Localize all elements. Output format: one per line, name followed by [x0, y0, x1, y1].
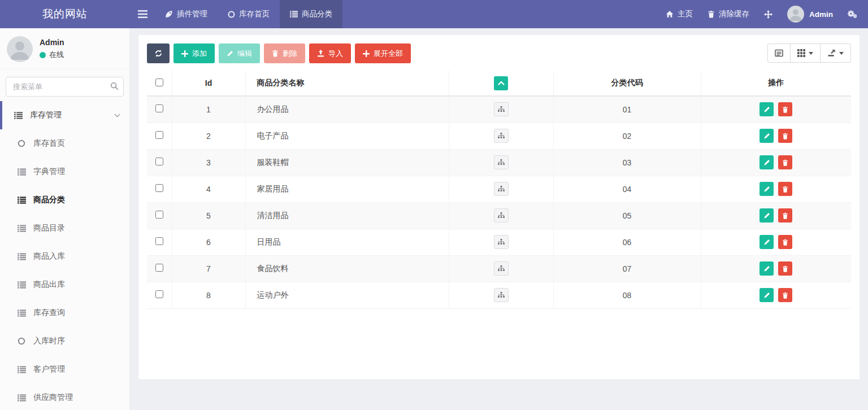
row-edit-button[interactable]	[760, 155, 774, 169]
cell-id: 3	[172, 149, 245, 176]
row-delete-button[interactable]	[778, 208, 792, 223]
user-menu[interactable]: Admin	[787, 6, 833, 23]
sidebar-toggle-button[interactable]	[130, 0, 155, 28]
sidebar-item-label: 库存查询	[33, 308, 65, 318]
home-link[interactable]: 主页	[666, 9, 693, 19]
trash-icon	[782, 292, 788, 299]
row-checkbox[interactable]	[155, 184, 163, 192]
row-edit-button[interactable]	[760, 129, 774, 143]
expand-all-button-label: 展开全部	[374, 49, 403, 59]
column-header-id[interactable]: Id	[172, 71, 245, 96]
row-delete-button[interactable]	[778, 261, 792, 276]
import-button-label: 导入	[328, 49, 343, 59]
sidebar-item-inbound-timeline[interactable]: 入库时序	[0, 327, 129, 355]
row-edit-button[interactable]	[760, 208, 774, 223]
tree-node-button[interactable]	[494, 208, 509, 223]
row-checkbox[interactable]	[155, 131, 163, 139]
row-delete-button[interactable]	[778, 129, 792, 143]
sidebar-item-inventory-home[interactable]: 库存首页	[0, 129, 129, 158]
sidebar-item-label: 商品入库	[33, 251, 65, 261]
sidebar-item-product-outbound[interactable]: 商品出库	[0, 271, 129, 299]
expand-all-button[interactable]: 展开全部	[355, 43, 411, 63]
sidebar-item-inventory-management[interactable]: 库存管理	[0, 101, 129, 129]
delete-button[interactable]: 删除	[264, 43, 305, 63]
row-delete-button[interactable]	[778, 288, 792, 302]
tree-node-button[interactable]	[494, 235, 509, 249]
avatar	[787, 6, 804, 23]
column-header-code[interactable]: 分类代码	[553, 71, 701, 96]
list-icon	[16, 197, 27, 204]
select-all-checkbox[interactable]	[155, 78, 163, 86]
clear-cache-link[interactable]: 清除缓存	[708, 9, 749, 19]
edit-button[interactable]: 编辑	[219, 43, 260, 63]
row-checkbox[interactable]	[155, 290, 163, 298]
trash-icon	[782, 159, 788, 166]
import-button[interactable]: 导入	[309, 43, 351, 63]
content-panel: 添加 编辑 删除 导入 展开全部	[138, 35, 860, 380]
sitemap-icon	[498, 239, 505, 245]
row-delete-button[interactable]	[778, 235, 792, 249]
list-icon	[290, 11, 298, 18]
row-checkbox[interactable]	[155, 237, 163, 245]
tab-product-categories[interactable]: 商品分类	[280, 0, 342, 28]
column-header-name[interactable]: 商品分类名称	[245, 71, 449, 96]
row-edit-button[interactable]	[760, 102, 774, 116]
search-icon[interactable]	[110, 82, 119, 90]
tab-plugin-management[interactable]: 插件管理	[155, 0, 218, 28]
fullscreen-button[interactable]	[764, 10, 772, 19]
row-edit-button[interactable]	[760, 235, 774, 249]
common-search-toggle-button[interactable]	[767, 43, 791, 63]
row-checkbox[interactable]	[155, 104, 163, 112]
refresh-button[interactable]	[147, 43, 170, 63]
sidebar-item-label: 客户管理	[33, 364, 65, 374]
refresh-icon	[154, 49, 163, 58]
delete-button-label: 删除	[283, 49, 297, 59]
columns-toggle-button[interactable]	[790, 43, 821, 63]
pencil-icon	[763, 239, 770, 246]
export-button[interactable]	[820, 43, 851, 63]
cell-code: 03	[553, 149, 701, 176]
tree-node-button[interactable]	[494, 102, 509, 116]
table-row: 7 食品饮料 07	[147, 255, 851, 282]
tree-node-button[interactable]	[494, 261, 509, 276]
row-delete-button[interactable]	[778, 155, 792, 169]
sidebar-item-dictionary-management[interactable]: 字典管理	[0, 158, 129, 186]
sidebar-item-product-inbound[interactable]: 商品入库	[0, 242, 129, 271]
pencil-icon	[763, 186, 770, 193]
sidebar-item-label: 库存管理	[30, 110, 62, 120]
cell-code: 02	[553, 123, 701, 149]
row-checkbox[interactable]	[155, 158, 163, 165]
menu-search-input[interactable]	[6, 77, 124, 97]
circle-icon	[16, 139, 27, 147]
brand-title[interactable]: 我的网站	[0, 0, 130, 28]
row-edit-button[interactable]	[760, 261, 774, 276]
tree-node-button[interactable]	[494, 129, 509, 143]
sidebar-item-product-categories[interactable]: 商品分类	[0, 186, 129, 214]
row-edit-button[interactable]	[760, 182, 774, 196]
row-delete-button[interactable]	[778, 182, 792, 196]
list-icon	[16, 366, 27, 373]
cell-name: 电子产品	[245, 123, 449, 149]
add-button[interactable]: 添加	[173, 43, 215, 63]
sidebar-item-supplier-management[interactable]: 供应商管理	[0, 383, 129, 410]
sidebar-item-customer-management[interactable]: 客户管理	[0, 355, 129, 383]
pencil-icon	[763, 159, 770, 166]
tree-node-button[interactable]	[494, 288, 509, 302]
circle-icon	[16, 337, 27, 345]
clear-cache-label: 清除缓存	[719, 9, 749, 19]
collapse-all-button[interactable]	[494, 76, 508, 90]
tree-node-button[interactable]	[494, 182, 509, 196]
trash-icon	[782, 133, 788, 139]
row-edit-button[interactable]	[760, 288, 774, 302]
pencil-icon	[763, 133, 770, 139]
tree-node-button[interactable]	[494, 155, 509, 169]
row-checkbox[interactable]	[155, 211, 163, 219]
sidebar-item-product-catalog[interactable]: 商品目录	[0, 214, 129, 242]
sidebar-item-label: 字典管理	[33, 167, 65, 177]
sidebar-item-inventory-query[interactable]: 库存查询	[0, 299, 129, 327]
settings-button[interactable]	[848, 10, 857, 18]
row-checkbox[interactable]	[155, 264, 163, 272]
row-delete-button[interactable]	[778, 102, 792, 116]
tab-inventory-home[interactable]: 库存首页	[218, 0, 280, 28]
toolbar: 添加 编辑 删除 导入 展开全部	[147, 43, 851, 63]
